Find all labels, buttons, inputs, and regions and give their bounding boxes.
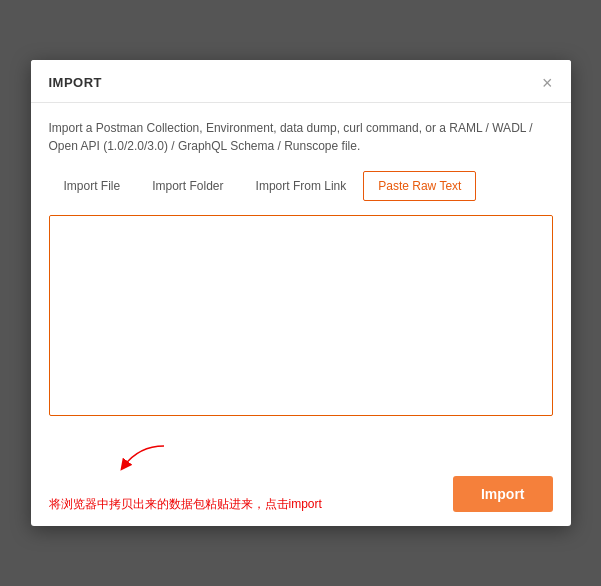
modal-body: Import a Postman Collection, Environment… [31, 103, 571, 440]
import-button[interactable]: Import [453, 476, 553, 512]
arrow-icon [109, 444, 169, 474]
modal-overlay: IMPORT × Import a Postman Collection, En… [0, 0, 601, 586]
footer-hint-text: 将浏览器中拷贝出来的数据包粘贴进来，点击import [49, 476, 322, 513]
tabs-container: Import File Import Folder Import From Li… [49, 171, 553, 201]
tab-import-folder[interactable]: Import Folder [137, 171, 238, 201]
hint-annotation: 将浏览器中拷贝出来的数据包粘贴进来，点击import [49, 444, 322, 513]
modal-header: IMPORT × [31, 60, 571, 103]
modal-footer: 将浏览器中拷贝出来的数据包粘贴进来，点击import Import [31, 440, 571, 527]
tab-paste-raw-text[interactable]: Paste Raw Text [363, 171, 476, 201]
modal-title: IMPORT [49, 75, 103, 90]
import-modal: IMPORT × Import a Postman Collection, En… [31, 60, 571, 527]
tab-import-from-link[interactable]: Import From Link [241, 171, 362, 201]
tab-import-file[interactable]: Import File [49, 171, 136, 201]
raw-text-input[interactable] [50, 216, 552, 411]
modal-description: Import a Postman Collection, Environment… [49, 119, 553, 155]
raw-text-wrapper [49, 215, 553, 416]
close-button[interactable]: × [542, 74, 553, 92]
